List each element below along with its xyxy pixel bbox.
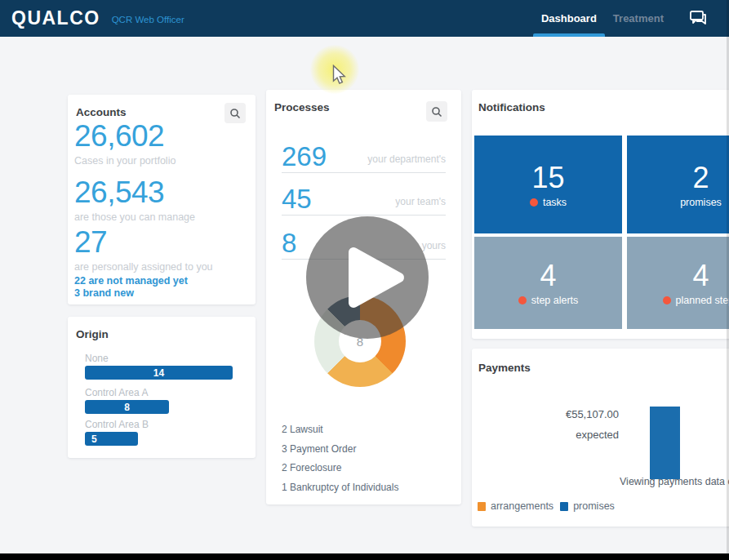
breakdown-item: 3 Payment Order bbox=[282, 443, 356, 455]
stat-label: Cases in your portfolio bbox=[74, 155, 249, 167]
process-count: 8 bbox=[282, 229, 296, 258]
origin-bar-group: None 14 bbox=[85, 353, 233, 380]
tile-label: planned steps bbox=[676, 295, 729, 306]
legend-label: promises bbox=[573, 500, 615, 512]
origin-bar-control-b[interactable]: 5 bbox=[85, 432, 138, 446]
legend-label: arrangements bbox=[491, 500, 553, 512]
app-name: QCR Web Officer bbox=[112, 15, 184, 24]
process-count: 45 bbox=[282, 184, 312, 214]
tile-count: 4 bbox=[540, 260, 556, 292]
arrangements-swatch-icon bbox=[478, 502, 486, 511]
payments-title: Payments bbox=[478, 362, 531, 374]
bar-label: Control Area A bbox=[85, 387, 169, 398]
play-icon bbox=[306, 216, 429, 339]
legend-promises: promises bbox=[560, 500, 615, 512]
processes-search-button[interactable] bbox=[426, 101, 447, 122]
stat-value: 27 bbox=[74, 225, 249, 260]
origin-bar-none[interactable]: 14 bbox=[85, 366, 233, 380]
main-nav: Dashboard Treatment bbox=[533, 0, 729, 37]
stat-assigned: 27 are personally assigned to you bbox=[74, 225, 249, 273]
expected-label: expected bbox=[537, 429, 619, 441]
stat-value: 26,602 bbox=[74, 119, 249, 153]
bar-label: None bbox=[85, 353, 233, 364]
accounts-title: Accounts bbox=[76, 106, 127, 118]
process-row-team: 45 your team's bbox=[282, 181, 446, 216]
tile-label: step alerts bbox=[531, 295, 579, 306]
origin-card: Origin None 14 Control Area A 8 Control … bbox=[68, 317, 256, 458]
expected-amount: €55,107.00 bbox=[537, 408, 619, 420]
tile-tasks[interactable]: 15 tasks bbox=[474, 136, 622, 233]
stat-label: are personally assigned to you bbox=[74, 261, 249, 273]
tile-step-alerts[interactable]: 4 step alerts bbox=[474, 237, 622, 329]
origin-bar-group: Control Area A 8 bbox=[85, 387, 169, 414]
notifications-title: Notifications bbox=[478, 101, 545, 113]
letterbox-bar bbox=[0, 553, 729, 560]
tile-planned-steps[interactable]: 4 planned steps bbox=[627, 237, 729, 329]
tab-dashboard[interactable]: Dashboard bbox=[533, 0, 605, 37]
top-nav-bar: QUALCO QCR Web Officer Dashboard Treatme… bbox=[0, 0, 729, 37]
origin-bar-control-a[interactable]: 8 bbox=[85, 400, 169, 414]
search-icon bbox=[229, 108, 241, 119]
tab-treatment[interactable]: Treatment bbox=[605, 0, 672, 37]
search-icon bbox=[431, 106, 442, 118]
breakdown-item: 2 Lawsuit bbox=[282, 424, 323, 435]
not-managed-link[interactable]: 22 are not managed yet bbox=[74, 275, 188, 287]
brand-new-link[interactable]: 3 brand new bbox=[74, 287, 134, 299]
processes-title: Processes bbox=[274, 101, 330, 113]
mouse-cursor-icon bbox=[331, 64, 346, 89]
app-window: QUALCO QCR Web Officer Dashboard Treatme… bbox=[0, 0, 729, 560]
breakdown-item: 2 Foreclosure bbox=[282, 462, 341, 473]
process-scope-label: your team's bbox=[395, 196, 446, 207]
payments-caption: Viewing payments data of th bbox=[620, 476, 729, 487]
legend-arrangements: arrangements bbox=[478, 500, 553, 512]
accounts-card: Accounts 26,602 Cases in your portfolio … bbox=[68, 95, 256, 304]
qualco-logo: QUALCO bbox=[11, 7, 100, 29]
tile-promises[interactable]: 2 promises bbox=[627, 136, 729, 233]
stat-manageable: 26,543 are those you can manage bbox=[74, 176, 249, 223]
payments-bar[interactable] bbox=[650, 407, 680, 479]
alert-dot-icon bbox=[518, 296, 527, 304]
stat-label: are those you can manage bbox=[74, 211, 249, 223]
notifications-card: Notifications 15 tasks 2 promises 4 step… bbox=[472, 90, 729, 339]
promises-swatch-icon bbox=[560, 502, 568, 511]
tile-count: 2 bbox=[692, 162, 709, 194]
alert-dot-icon bbox=[530, 198, 538, 207]
breakdown-item: 1 Bankruptcy of Individuals bbox=[282, 482, 398, 493]
cursor-highlight bbox=[310, 45, 359, 94]
stat-portfolio: 26,602 Cases in your portfolio bbox=[74, 119, 249, 167]
origin-title: Origin bbox=[76, 328, 109, 340]
process-scope-label: your department's bbox=[367, 153, 446, 165]
stat-value: 26,543 bbox=[74, 176, 249, 210]
tile-count: 4 bbox=[692, 260, 709, 292]
payments-card: Payments €55,107.00 expected Viewing pay… bbox=[472, 349, 729, 527]
alert-dot-icon bbox=[663, 296, 671, 304]
tile-count: 15 bbox=[531, 162, 564, 194]
process-count: 269 bbox=[282, 142, 327, 171]
tile-label: promises bbox=[680, 197, 722, 208]
origin-bar-group: Control Area B 5 bbox=[85, 419, 149, 446]
video-play-button[interactable] bbox=[306, 216, 429, 339]
tile-label: tasks bbox=[543, 197, 567, 208]
messages-icon[interactable] bbox=[687, 8, 708, 29]
payments-legend: arrangements promises bbox=[478, 500, 615, 512]
bar-label: Control Area B bbox=[85, 419, 149, 430]
process-row-department: 269 your department's bbox=[282, 137, 446, 173]
